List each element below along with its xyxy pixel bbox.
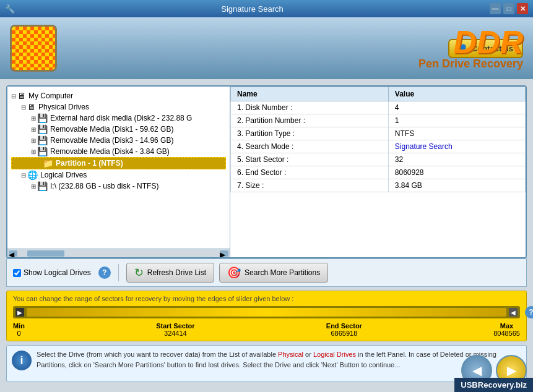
ddr-logo: DDR xyxy=(453,23,523,61)
search-partitions-label: Search More Partitions xyxy=(245,268,320,277)
show-logical-label[interactable]: Show Logical Drives xyxy=(13,268,91,277)
help-button[interactable]: ? xyxy=(98,266,111,279)
row7-value: 3.84 GB xyxy=(388,179,525,192)
tree-idrive[interactable]: ⊞ 💾 I:\ (232.88 GB - usb disk - NTFS) xyxy=(11,181,226,192)
info-icon: i xyxy=(12,351,32,370)
h-scroll-thumb[interactable] xyxy=(27,250,64,257)
tree-disk3[interactable]: ⊞ 💾 Removable Media (Disk3 - 14.96 GB) xyxy=(11,135,226,146)
table-row: 1. Disk Number : 4 xyxy=(231,101,526,114)
idrive-label: I:\ (232.88 GB - usb disk - NTFS) xyxy=(50,182,158,190)
row2-name: 2. Partition Number : xyxy=(231,114,389,127)
end-sector-col: End Sector 6865918 xyxy=(326,322,362,337)
subtitle: Pen Drive Recovery xyxy=(418,58,523,70)
max-value: 8048565 xyxy=(493,330,520,337)
tree-disk1[interactable]: ⊞ 💾 Removable Media (Disk1 - 59.62 GB) xyxy=(11,124,226,135)
refresh-label: Refresh Drive List xyxy=(147,268,206,277)
expand-disk3[interactable]: ⊞ xyxy=(31,137,36,144)
partition1-label: Partition - 1 (NTFS) xyxy=(56,159,123,168)
end-label: End Sector xyxy=(326,322,362,330)
disk4-icon: 💾 xyxy=(37,147,48,156)
logical-drives-icon: 🌐 xyxy=(27,170,38,180)
row5-name: 5. Start Sector : xyxy=(231,153,389,166)
partition1-icon: 📁 xyxy=(43,158,53,168)
slider-row: ▶ ◀ ? xyxy=(13,306,520,318)
sectors-help-button[interactable]: ? xyxy=(525,306,533,318)
separator xyxy=(118,264,119,281)
disk2-icon: 💾 xyxy=(37,113,48,123)
h-scrollbar[interactable]: ◀ ▶ xyxy=(7,249,230,257)
left-panel: ⊟ 🖥 My Computer ⊟ 🖥 Physical Drives ⊞ 💾 … xyxy=(7,87,230,257)
row3-value: NTFS xyxy=(388,127,525,140)
h-scroll-left[interactable]: ◀ xyxy=(9,250,17,257)
start-label: Start Sector xyxy=(156,322,194,330)
slider-track[interactable]: ▶ ◀ xyxy=(13,306,520,318)
physical-drives-label: Physical Drives xyxy=(38,103,89,111)
disk1-label: Removable Media (Disk1 - 59.62 GB) xyxy=(50,125,173,134)
slider-left-arrow[interactable]: ▶ xyxy=(15,308,24,317)
sectors-area: You can change the range of sectors for … xyxy=(6,291,527,341)
app-icon: 🔧 xyxy=(5,4,15,14)
highlight-physical: Physical xyxy=(278,351,303,358)
brand-footer: USBRecovery.biz xyxy=(454,378,533,392)
table-row: 6. End Sector : 8060928 xyxy=(231,166,526,179)
highlight-logical: Logical Drives xyxy=(313,351,356,358)
main-panel: ⊟ 🖥 My Computer ⊟ 🖥 Physical Drives ⊞ 💾 … xyxy=(6,85,527,258)
search-partitions-button[interactable]: 🎯 Search More Partitions xyxy=(219,263,328,283)
titlebar: 🔧 Signature Search — □ ✕ xyxy=(0,0,533,17)
window-title: Signature Search xyxy=(15,4,490,14)
tree-partition1[interactable]: 📁 Partition - 1 (NTFS) xyxy=(11,157,226,169)
min-value: 0 xyxy=(13,330,25,337)
refresh-icon: ↻ xyxy=(134,266,144,279)
start-sector-col: Start Sector 324414 xyxy=(156,322,194,337)
table-row: 2. Partition Number : 1 xyxy=(231,114,526,127)
slider-right-arrow[interactable]: ◀ xyxy=(509,308,518,317)
expand-physical[interactable]: ⊟ xyxy=(21,104,26,111)
info-bar: i Select the Drive (from which you want … xyxy=(6,345,527,382)
expand-root[interactable]: ⊟ xyxy=(11,93,16,100)
expand-disk1[interactable]: ⊞ xyxy=(31,126,36,133)
table-row: 5. Start Sector : 32 xyxy=(231,153,526,166)
info-text: Select the Drive (from which you want to… xyxy=(37,349,521,370)
tree-container[interactable]: ⊟ 🖥 My Computer ⊟ 🖥 Physical Drives ⊞ 💾 … xyxy=(7,87,230,249)
max-label: Max xyxy=(493,322,520,330)
row6-value: 8060928 xyxy=(388,166,525,179)
col-name-header: Name xyxy=(231,87,389,101)
h-scroll-right[interactable]: ▶ xyxy=(220,250,228,257)
expand-idrive[interactable]: ⊞ xyxy=(31,183,36,190)
search-partitions-icon: 🎯 xyxy=(227,266,241,279)
expand-disk4[interactable]: ⊞ xyxy=(31,148,36,155)
buttons-row: Show Logical Drives ? ↻ Refresh Drive Li… xyxy=(6,258,527,287)
disk2-label: External hard disk media (Disk2 - 232.88… xyxy=(50,114,192,122)
row6-name: 6. End Sector : xyxy=(231,166,389,179)
row5-value: 32 xyxy=(388,153,525,166)
min-label: Min xyxy=(13,322,25,330)
brand-text: USBRecovery.biz xyxy=(461,380,527,390)
expand-disk2[interactable]: ⊞ xyxy=(31,115,36,122)
close-button[interactable]: ✕ xyxy=(517,3,528,14)
tree-logical-drives[interactable]: ⊟ 🌐 Logical Drives xyxy=(11,169,226,181)
col-value-header: Value xyxy=(388,87,525,101)
row4-value: Signature Search xyxy=(388,140,525,153)
disk3-label: Removable Media (Disk3 - 14.96 GB) xyxy=(50,136,173,145)
show-logical-checkbox[interactable] xyxy=(13,269,21,277)
row2-value: 1 xyxy=(388,114,525,127)
show-logical-text: Show Logical Drives xyxy=(24,268,91,277)
minimize-button[interactable]: — xyxy=(490,3,501,14)
maximize-button[interactable]: □ xyxy=(503,3,514,14)
computer-icon: 🖥 xyxy=(17,91,26,101)
sectors-values: Min 0 Start Sector 324414 End Sector 686… xyxy=(13,322,520,337)
tree-root[interactable]: ⊟ 🖥 My Computer xyxy=(11,90,226,101)
refresh-button[interactable]: ↻ Refresh Drive List xyxy=(126,263,214,283)
tree-disk4[interactable]: ⊞ 💾 Removable Media (Disk4 - 3.84 GB) xyxy=(11,146,226,157)
row7-name: 7. Size : xyxy=(231,179,389,192)
idrive-icon: 💾 xyxy=(37,181,48,191)
physical-drives-icon: 🖥 xyxy=(27,102,36,112)
tree-physical-drives[interactable]: ⊟ 🖥 Physical Drives xyxy=(11,101,226,113)
expand-logical[interactable]: ⊟ xyxy=(21,172,26,179)
table-row: 7. Size : 3.84 GB xyxy=(231,179,526,192)
row3-name: 3. Partition Type : xyxy=(231,127,389,140)
logo xyxy=(10,25,57,72)
disk4-label: Removable Media (Disk4 - 3.84 GB) xyxy=(50,147,170,156)
end-value: 6865918 xyxy=(326,330,362,337)
tree-disk2[interactable]: ⊞ 💾 External hard disk media (Disk2 - 23… xyxy=(11,113,226,124)
